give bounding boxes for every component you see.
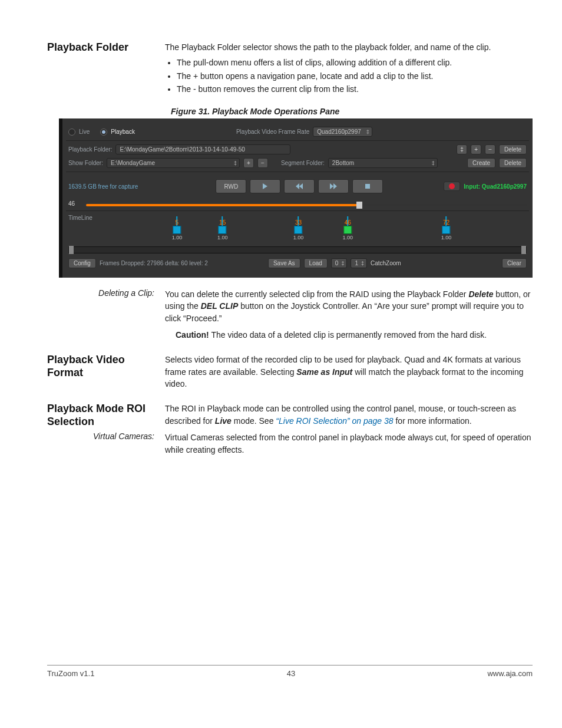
frame-rate-label: Playback Video Frame Rate	[236, 129, 309, 135]
step-fwd-icon	[329, 183, 338, 189]
playback-pane-screenshot: Live Playback Playback Video Frame Rate …	[59, 118, 533, 278]
pf-remove-button[interactable]: −	[485, 144, 495, 154]
play-button[interactable]	[250, 179, 280, 193]
pf-intro: The Playback Folder selector shows the p…	[165, 41, 533, 53]
spinner-a[interactable]: 0‡	[331, 258, 348, 268]
footer-left: TruZoom v1.1	[47, 669, 94, 678]
side-deleting: Deleting a Clip:	[47, 288, 165, 298]
frame-rate-select[interactable]: Quad2160p2997 ‡	[313, 127, 372, 137]
playback-folder-select[interactable]: E:\MondayGame\2Bottom\2013-10-14-10-49-5…	[115, 144, 290, 154]
timeline-mark[interactable]: 151.00	[217, 219, 228, 241]
step-back-icon	[295, 183, 304, 189]
scrub-slider[interactable]	[86, 204, 527, 206]
pf-caret-button[interactable]: ‡	[457, 144, 467, 154]
radio-playback[interactable]	[100, 129, 107, 136]
segment-folder-label: Segment Folder:	[281, 160, 325, 166]
clear-button[interactable]: Clear	[502, 258, 527, 268]
load-button[interactable]: Load	[304, 258, 328, 268]
catchzoom-label: CatchZoom	[371, 260, 401, 266]
heading-roi: Playback Mode ROI Selection	[47, 403, 165, 428]
step-back-button[interactable]	[284, 179, 315, 193]
stop-icon	[365, 183, 371, 189]
timeline-mark[interactable]: 331.00	[293, 219, 304, 241]
radio-live[interactable]	[68, 129, 75, 136]
free-space-text: 1639.5 GB free for capture	[68, 183, 138, 190]
pf-delete-button[interactable]: Delete	[499, 144, 527, 154]
show-folder-label: Show Folder:	[68, 160, 103, 166]
footer-right: www.aja.com	[487, 669, 533, 678]
spinner-b[interactable]: 1‡	[351, 258, 367, 268]
range-left-handle[interactable]	[69, 246, 74, 254]
caret-icon: ‡	[432, 160, 435, 166]
roi-c: mode. See	[232, 416, 276, 426]
input-format-text: Input: Quad2160p2997	[464, 183, 527, 190]
slider-thumb-icon[interactable]	[356, 202, 362, 209]
saveas-button[interactable]: Save As	[268, 258, 300, 268]
timeline-mark[interactable]: 721.00	[441, 219, 452, 241]
heading-playback-folder: Playback Folder	[47, 41, 165, 54]
caret-icon: ‡	[361, 261, 364, 266]
vcam-text: Virtual Cameras selected from the contro…	[165, 431, 533, 456]
range-bar[interactable]	[68, 246, 527, 253]
config-button[interactable]: Config	[68, 258, 96, 268]
del-p1a: You can delete the currently selected cl…	[165, 289, 468, 299]
pf-add-button[interactable]: +	[471, 144, 481, 154]
playback-folder-label: Playback Folder:	[68, 146, 112, 153]
del-p1b: Delete	[468, 289, 493, 299]
roi-d: for more information.	[394, 416, 472, 426]
heading-video-format: Playback Video Format	[47, 354, 165, 379]
scrub-value: 46	[68, 200, 82, 207]
pf-bullet-1: The pull-down menu offers a list of clip…	[177, 57, 533, 68]
side-vcam: Virtual Cameras:	[47, 431, 165, 441]
show-folder-select[interactable]: E:\MondayGame ‡	[107, 158, 240, 168]
timeline-mark[interactable]: 461.00	[342, 219, 353, 241]
segment-folder-value: 2Bottom	[332, 160, 354, 166]
rwd-button[interactable]: RWD	[216, 179, 246, 193]
del-p1d: DEL CLIP	[201, 301, 239, 311]
stop-button[interactable]	[352, 179, 383, 193]
caret-icon: ‡	[341, 261, 344, 266]
pf-bullet-2: The + button opens a navigation pane, lo…	[177, 70, 533, 82]
svg-rect-0	[365, 184, 370, 189]
timeline[interactable]: 51.00151.00331.00461.00721.00	[104, 219, 527, 241]
show-folder-value: E:\MondayGame	[111, 160, 155, 166]
playback-folder-value: E:\MondayGame\2Bottom\2013-10-14-10-49-5…	[120, 146, 244, 153]
record-button[interactable]	[444, 182, 460, 191]
step-fwd-button[interactable]	[318, 179, 349, 193]
record-icon	[449, 183, 455, 189]
seg-delete-button[interactable]: Delete	[499, 158, 527, 168]
sf-remove-button[interactable]: −	[257, 158, 268, 168]
roi-b: Live	[215, 416, 232, 426]
timeline-label: TimeLine	[68, 215, 100, 221]
seg-create-button[interactable]: Create	[467, 158, 495, 168]
radio-playback-label: Playback	[111, 129, 135, 135]
status-text: Frames Dropped: 27986 delta: 60 level: 2	[100, 260, 208, 266]
caret-icon: ‡	[366, 129, 369, 135]
pf-bullet-3: The - button removes the current clip fr…	[177, 83, 533, 95]
figure-caption: Figure 31. Playback Mode Operations Pane	[171, 107, 533, 116]
caution-label: Caution!	[176, 330, 209, 340]
segment-folder-select[interactable]: 2Bottom ‡	[328, 158, 438, 168]
play-icon	[262, 183, 269, 189]
caret-icon: ‡	[234, 160, 237, 166]
range-right-handle[interactable]	[521, 246, 526, 254]
frame-rate-value: Quad2160p2997	[317, 129, 361, 135]
caution-text: The video data of a deleted clip is perm…	[209, 330, 487, 340]
radio-live-label: Live	[79, 129, 90, 135]
footer-page: 43	[287, 669, 295, 678]
timeline-mark[interactable]: 51.00	[172, 219, 183, 241]
vf-b: Same as Input	[296, 367, 352, 377]
sf-add-button[interactable]: +	[243, 158, 254, 168]
roi-xref-link[interactable]: “Live ROI Selection” on page 38	[276, 416, 393, 426]
pf-bullets: The pull-down menu offers a list of clip…	[165, 57, 533, 95]
